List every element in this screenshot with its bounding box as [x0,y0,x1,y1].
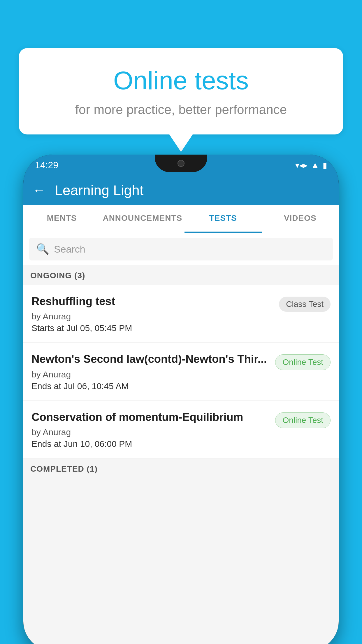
test-date: Starts at Jul 05, 05:45 PM [31,323,273,333]
test-date-value: Jul 05, 05:45 PM [66,323,132,333]
test-item[interactable]: Reshuffling test by Anurag Starts at Jul… [23,285,339,343]
back-button[interactable]: ← [33,183,45,197]
search-bar-container: 🔍 Search [23,233,339,265]
search-bar[interactable]: 🔍 Search [29,238,333,260]
completed-section-label: COMPLETED (1) [23,459,339,478]
tab-announcements[interactable]: ANNOUNCEMENTS [100,205,184,233]
tab-ments[interactable]: MENTS [23,205,100,233]
battery-icon: ▮ [323,160,327,170]
test-info: Reshuffling test by Anurag Starts at Jul… [31,294,273,333]
status-bar: 14:29 ▾◂▸ ▲ ▮ [23,155,339,176]
status-time: 14:29 [35,160,58,171]
phone-screen: 🔍 Search ONGOING (3) Reshuffling test by… [23,233,339,644]
test-author: by Anurag [31,427,269,437]
test-badge-online-2: Online Test [275,412,331,428]
signal-icon: ▲ [311,160,319,170]
status-icons: ▾◂▸ ▲ ▮ [295,160,327,170]
speech-bubble-subtitle: for more practice, better performance [42,102,320,117]
ongoing-section-label: ONGOING (3) [23,265,339,285]
wifi-icon: ▾◂▸ [295,160,307,170]
test-date: Ends at Jul 06, 10:45 AM [31,381,269,391]
front-camera [178,160,184,167]
test-date: Ends at Jun 10, 06:00 PM [31,439,269,449]
tab-tests[interactable]: TESTS [184,205,261,233]
test-date-label: Ends at [31,381,61,391]
test-name: Newton's Second law(contd)-Newton's Thir… [31,352,269,366]
test-list: Reshuffling test by Anurag Starts at Jul… [23,285,339,459]
tabs-bar: MENTS ANNOUNCEMENTS TESTS VIDEOS [23,205,339,233]
app-header: ← Learning Light [23,176,339,205]
app-title: Learning Light [55,182,143,198]
test-info: Conservation of momentum-Equilibrium by … [31,410,269,449]
test-author: by Anurag [31,312,273,321]
speech-bubble-container: Online tests for more practice, better p… [19,48,343,152]
test-name: Reshuffling test [31,294,273,309]
speech-bubble-title: Online tests [42,66,320,95]
test-date-label: Starts at [31,323,64,333]
speech-bubble-arrow [169,134,193,152]
search-icon: 🔍 [36,243,49,255]
test-badge-online: Online Test [275,354,331,370]
test-badge-class: Class Test [279,297,331,312]
test-date-value: Jun 10, 06:00 PM [64,439,132,449]
test-date-label: Ends at [31,439,61,449]
tab-videos[interactable]: VIDEOS [262,205,339,233]
test-item[interactable]: Newton's Second law(contd)-Newton's Thir… [23,343,339,400]
test-item[interactable]: Conservation of momentum-Equilibrium by … [23,401,339,459]
phone-notch [155,155,207,172]
test-date-value: Jul 06, 10:45 AM [64,381,129,391]
speech-bubble: Online tests for more practice, better p… [19,48,343,134]
search-placeholder: Search [54,244,85,255]
phone-frame: 14:29 ▾◂▸ ▲ ▮ ← Learning Light MENTS ANN… [23,155,339,644]
test-info: Newton's Second law(contd)-Newton's Thir… [31,352,269,391]
test-name: Conservation of momentum-Equilibrium [31,410,269,424]
test-author: by Anurag [31,370,269,379]
